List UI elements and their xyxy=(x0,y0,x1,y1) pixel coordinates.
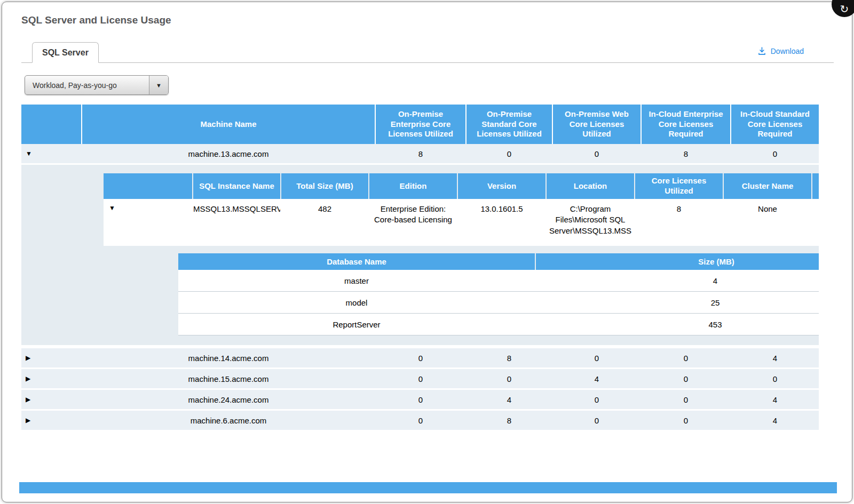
instance-total-size: 482 xyxy=(281,199,368,246)
cell-value: 0 xyxy=(553,354,640,363)
cell-value: 4 xyxy=(731,395,819,404)
database-row[interactable]: model 25 xyxy=(178,292,819,314)
db-header-size: Size (MB) xyxy=(536,253,819,270)
expand-icon[interactable]: ▶ xyxy=(26,375,30,382)
instance-header-location: Location xyxy=(547,173,634,199)
cell-value: 4 xyxy=(731,416,819,425)
header-onprem-web: On-Premise Web Core Licenses Utilized xyxy=(553,105,640,144)
page-title: SQL Server and License Usage xyxy=(21,14,171,26)
database-row[interactable]: ReportServer 453 xyxy=(178,314,819,335)
expand-icon[interactable]: ▶ xyxy=(26,417,30,424)
cell-value: 4 xyxy=(466,395,552,404)
instance-header-core-licenses: Core Licenses Utilized xyxy=(635,173,723,199)
instance-header-size: Total Size (MB) xyxy=(281,173,368,199)
header-onprem-ent: On-Premise Enterprise Core Licenses Util… xyxy=(376,105,465,144)
machine-name: machine.14.acme.com xyxy=(82,354,375,363)
instance-header-name: SQL Instance Name xyxy=(193,173,280,199)
db-size: 453 xyxy=(535,320,819,329)
db-name: ReportServer xyxy=(178,320,535,329)
instance-clipped-cell xyxy=(812,199,819,246)
cell-value: 8 xyxy=(376,149,465,158)
refresh-icon: ↻ xyxy=(840,3,849,15)
cell-value: 0 xyxy=(642,354,730,363)
instance-header-cluster: Cluster Name xyxy=(724,173,811,199)
cell-value: 0 xyxy=(731,149,819,158)
header-incloud-std: In-Cloud Standard Core Licenses Required xyxy=(731,105,819,144)
expand-icon[interactable]: ▶ xyxy=(26,396,30,403)
instance-core-licenses: 8 xyxy=(635,199,723,246)
instance-header-edition: Edition xyxy=(369,173,457,199)
expand-icon[interactable]: ▶ xyxy=(26,354,30,362)
cell-value: 8 xyxy=(466,354,552,363)
header-machine-name: Machine Name xyxy=(82,105,375,144)
machine-name: machine.24.acme.com xyxy=(82,395,375,404)
cell-value: 0 xyxy=(642,374,730,383)
table-row-machine-13[interactable]: ▼ machine.13.acme.com 8 0 0 8 0 xyxy=(21,144,819,165)
cell-value: 8 xyxy=(466,416,552,425)
machine-name: machine.15.acme.com xyxy=(82,374,375,383)
instance-location: C:\Program Files\Microsoft SQL Server\MS… xyxy=(547,199,634,246)
header-expand-col xyxy=(21,105,81,144)
instance-header-clipped-col xyxy=(812,173,819,199)
cell-value: 0 xyxy=(553,416,640,425)
cell-value: 0 xyxy=(376,395,465,404)
main-table-header: Machine Name On-Premise Enterprise Core … xyxy=(21,105,819,144)
header-incloud-ent: In-Cloud Enterprise Core Licenses Requir… xyxy=(642,105,730,144)
instance-row[interactable]: ▼ MSSQL13.MSSQLSERVER 482 Enterprise Edi… xyxy=(104,199,819,246)
cell-value: 0 xyxy=(731,374,819,383)
db-name: model xyxy=(178,298,535,307)
collapse-icon[interactable]: ▼ xyxy=(26,150,32,157)
instance-edition: Enterprise Edition: Core-based Licensing xyxy=(369,199,457,246)
instance-cluster: None xyxy=(724,199,811,246)
cell-value: 0 xyxy=(466,374,552,383)
report-panel: SQL Server and License Usage Download SQ… xyxy=(2,2,852,502)
collapse-icon[interactable]: ▼ xyxy=(109,204,115,212)
cell-value: 0 xyxy=(642,395,730,404)
db-size: 25 xyxy=(535,298,819,307)
sql-instance-table: SQL Instance Name Total Size (MB) Editio… xyxy=(104,173,819,246)
table-row-machine-6[interactable]: ▶ machine.6.acme.com 0 8 0 0 4 xyxy=(21,411,819,431)
tab-strip: SQL Server xyxy=(21,43,834,63)
table-row-machine-24[interactable]: ▶ machine.24.acme.com 0 4 0 0 4 xyxy=(21,390,819,411)
db-header-name: Database Name xyxy=(178,253,535,270)
database-table: Database Name Size (MB) master 4 model 2… xyxy=(178,253,819,335)
cell-value: 0 xyxy=(642,416,730,425)
dropdown-arrow-icon[interactable]: ▼ xyxy=(149,76,168,94)
footer-bar xyxy=(19,482,837,493)
cell-value: 0 xyxy=(376,354,465,363)
cell-value: 0 xyxy=(553,149,640,158)
machine-name: machine.13.acme.com xyxy=(82,149,375,158)
database-row[interactable]: master 4 xyxy=(178,270,819,292)
db-name: master xyxy=(178,276,535,285)
database-table-header: Database Name Size (MB) xyxy=(178,253,819,270)
machine-13-detail: SQL Instance Name Total Size (MB) Editio… xyxy=(21,165,819,348)
db-size: 4 xyxy=(535,276,819,285)
instance-name: MSSQL13.MSSQLSERVER xyxy=(193,199,280,246)
instance-header-version: Version xyxy=(458,173,545,199)
table-row-machine-15[interactable]: ▶ machine.15.acme.com 0 0 4 0 0 xyxy=(21,369,819,390)
cell-value: 0 xyxy=(466,149,552,158)
cell-value: 4 xyxy=(731,354,819,363)
table-row-machine-14[interactable]: ▶ machine.14.acme.com 0 8 0 0 4 xyxy=(21,348,819,369)
instance-header-expand-col xyxy=(104,173,192,199)
machine-name: machine.6.acme.com xyxy=(82,416,375,425)
cell-value: 8 xyxy=(642,149,730,158)
header-onprem-std: On-Premise Standard Core Licenses Utiliz… xyxy=(466,105,552,144)
cell-value: 0 xyxy=(553,395,640,404)
license-usage-table: Machine Name On-Premise Enterprise Core … xyxy=(21,105,819,431)
cell-value: 4 xyxy=(553,374,640,383)
tab-sql-server[interactable]: SQL Server xyxy=(32,42,99,63)
cell-value: 0 xyxy=(376,416,465,425)
instance-table-header: SQL Instance Name Total Size (MB) Editio… xyxy=(104,173,819,199)
workload-dropdown[interactable]: Workload, Pay-as-you-go ▼ xyxy=(25,75,169,95)
workload-dropdown-value: Workload, Pay-as-you-go xyxy=(25,81,149,90)
cell-value: 0 xyxy=(376,374,465,383)
instance-version: 13.0.1601.5 xyxy=(458,199,545,246)
